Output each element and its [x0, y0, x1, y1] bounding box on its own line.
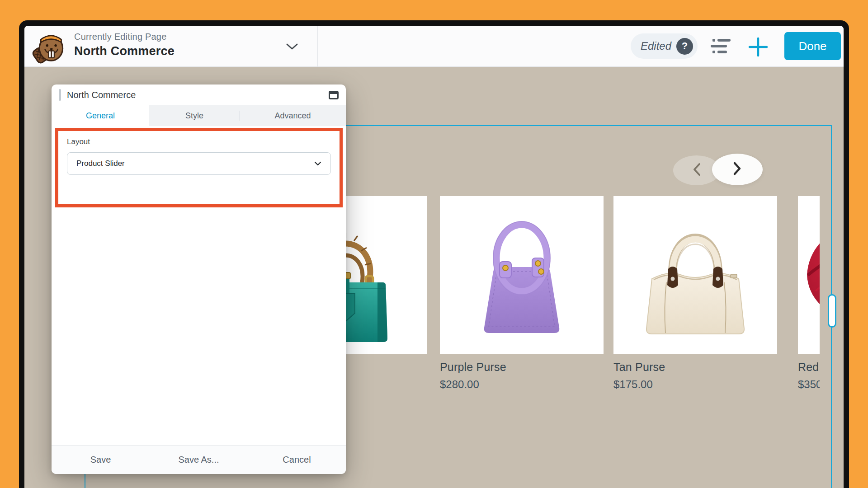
slider-next-button[interactable]	[712, 154, 763, 185]
edited-status-label: Edited	[641, 40, 671, 52]
tab-advanced-label: Advanced	[274, 111, 311, 121]
edited-status-badge[interactable]: Edited ?	[631, 33, 698, 59]
screenshot-stage: Currently Editing Page North Commerce Ed…	[0, 0, 868, 488]
chevron-left-icon	[692, 162, 702, 179]
product-image-red-purse	[798, 196, 820, 354]
layout-field-label: Layout	[67, 137, 331, 146]
tab-divider	[240, 111, 240, 121]
drag-handle-icon[interactable]	[59, 89, 61, 101]
cancel-button[interactable]: Cancel	[248, 446, 346, 474]
layout-select[interactable]: Product Slider	[67, 152, 331, 175]
builder-window: Currently Editing Page North Commerce Ed…	[24, 26, 844, 488]
help-icon[interactable]: ?	[676, 38, 693, 55]
product-name: Tan Purse	[613, 361, 777, 374]
layout-field-highlight: Layout Product Slider	[55, 128, 343, 207]
product-price: $280.00	[440, 378, 604, 391]
builder-window-frame: Currently Editing Page North Commerce Ed…	[19, 20, 849, 488]
chevron-down-icon	[314, 160, 321, 168]
currently-editing-block: Currently Editing Page North Commerce	[74, 32, 175, 58]
save-as-button[interactable]: Save As...	[150, 446, 248, 474]
chevron-right-icon	[732, 161, 742, 178]
add-content-plus-icon[interactable]	[748, 37, 769, 57]
settings-panel-header[interactable]: North Commerce	[52, 84, 346, 105]
builder-topbar: Currently Editing Page North Commerce Ed…	[24, 26, 844, 67]
tab-general[interactable]: General	[52, 105, 149, 126]
page-canvas: Purple Purse $280.00	[24, 67, 844, 488]
pin-window-icon[interactable]	[329, 91, 339, 99]
chevron-down-icon[interactable]	[286, 43, 298, 50]
layout-select-value: Product Slider	[76, 159, 125, 168]
row-resize-handle[interactable]	[828, 294, 836, 328]
done-button[interactable]: Done	[784, 32, 841, 60]
product-name: Purple Purse	[440, 361, 604, 374]
product-image-tan-purse	[613, 196, 777, 354]
settings-panel-title: North Commerce	[67, 90, 136, 100]
topbar-divider	[317, 26, 318, 66]
product-card[interactable]: Tan Purse $175.00	[613, 196, 777, 391]
module-settings-panel: North Commerce General Style	[52, 84, 346, 474]
settings-tabs: General Style Advanced	[52, 105, 346, 126]
product-image-purple-purse	[440, 196, 604, 354]
tab-style[interactable]: Style	[149, 105, 240, 126]
save-button[interactable]: Save	[52, 446, 150, 474]
product-card[interactable]: Purple Purse $280.00	[440, 196, 604, 391]
outline-panel-icon[interactable]	[710, 38, 732, 55]
beaver-builder-logo-icon[interactable]	[32, 29, 67, 64]
page-title: North Commerce	[74, 44, 175, 58]
product-price: $175.00	[613, 378, 777, 391]
product-price: $350.00	[798, 378, 820, 391]
editing-label: Currently Editing Page	[74, 32, 175, 42]
product-name: Red Purse	[798, 361, 820, 374]
settings-panel-footer: Save Save As... Cancel	[52, 445, 346, 474]
tab-advanced[interactable]: Advanced	[240, 105, 346, 126]
product-card[interactable]: Red Purse $350.00	[798, 196, 820, 391]
